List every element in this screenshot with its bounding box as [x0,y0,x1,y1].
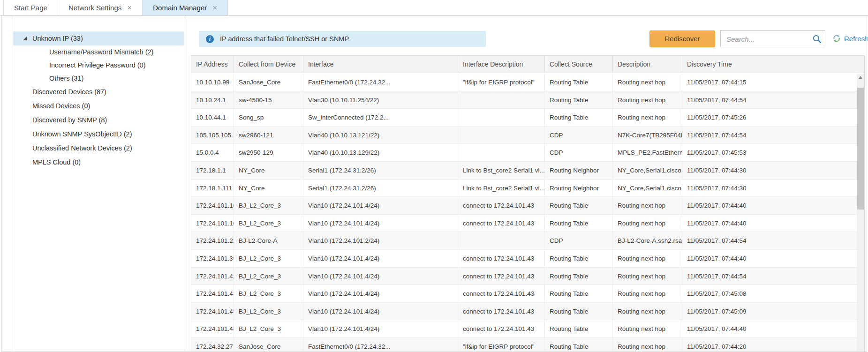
table-cell: Routing Table [545,268,613,285]
table-cell: Link to Bst_core2 Serial1 vi... [458,162,545,179]
tab-network-settings[interactable]: Network Settings × [58,0,142,15]
table-cell: Routing Table [545,197,613,214]
tree-item-label: Username/Password Mismatch (2) [49,48,153,56]
table-cell: connect to 172.24.101.43 [458,303,545,320]
content-frame: Unknown IP (33)Username/Password Mismatc… [1,16,867,352]
search-icon[interactable] [812,34,822,44]
tree-item[interactable]: Discovered Devices (87) [13,85,184,99]
tree-item[interactable]: Unclassified Network Devices (2) [13,141,184,155]
column-header[interactable]: IP Address [191,56,234,73]
table-row[interactable]: 172.24.32.27SanJose_CoreFastEthernet0/0 … [191,338,857,351]
table-cell: 172.24.101.48 [191,320,234,337]
table-cell: sw2960-121 [234,127,303,144]
table-cell: 172.24.101.103 [191,215,234,232]
table-row[interactable]: 15.0.0.4sw2950-129Vlan40 (10.10.13.129/2… [191,144,857,162]
table-cell: Vlan10 (172.24.101.4/24) [303,268,458,285]
table-cell: CDP [545,232,613,249]
table-cell: 10.10.10.99 [191,74,234,91]
refresh-icon [832,34,841,43]
table-cell: SanJose_Core [234,338,303,351]
table-cell: Routing next hop [613,320,682,337]
column-header[interactable]: Discovery Time [682,56,864,73]
tree-item-label: Discovered by SNMP (8) [32,116,107,124]
tree-item[interactable]: MPLS Cloud (0) [13,155,184,169]
tree-item-label: Missed Devices (0) [32,102,90,110]
search-input[interactable] [721,31,810,47]
table-cell: Vlan10 (172.24.101.4/24) [303,197,458,214]
table-cell: BJ_L2_Core_3 [234,250,303,267]
table-row[interactable]: 172.18.1.111NY_CoreSerial1 (172.24.31.2/… [191,180,857,197]
table-cell: connect to 172.24.101.43 [458,215,545,232]
table-cell: 11/05/2017, 07:44:54 [682,268,857,285]
table-cell: Routing Neighbor [545,180,613,197]
table-cell: 11/05/2017, 07:44:15 [682,74,857,91]
table-cell: 11/05/2017, 07:44:54 [682,232,857,249]
table-cell: 10.10.44.1 [191,109,234,126]
table-cell: connect to 172.24.101.43 [458,285,545,302]
table-row[interactable]: 10.10.24.1sw-4500-15Vlan30 (10.10.11.254… [191,91,857,109]
table-cell: Routing next hop [613,74,682,91]
tree-item[interactable]: Missed Devices (0) [13,99,184,113]
table-cell: 11/05/2017, 07:44:20 [682,338,857,351]
column-header[interactable]: Interface Description [458,56,545,73]
table-row[interactable]: 172.24.101.45BJ_L2_Core_3Vlan10 (172.24.… [191,303,857,321]
table-row[interactable]: 172.24.101.22BJ-L2-Core-AVlan10 (172.24.… [191,232,857,250]
info-icon: i [206,35,214,43]
close-icon[interactable]: × [127,4,132,12]
caret-expanded-icon[interactable] [23,37,27,40]
table-cell: 11/05/2017, 07:44:54 [682,91,857,109]
table-row[interactable]: 172.24.101.48BJ_L2_Core_3Vlan10 (172.24.… [191,320,857,338]
table-cell: Vlan10 (172.24.101.4/24) [303,285,458,302]
table-cell: connect to 172.24.101.43 [458,197,545,214]
table-cell: N7K-Core7(TB295F04D9B),... [613,127,682,144]
tree-item[interactable]: Unknown IP (33) [13,31,184,45]
tree-item[interactable]: Discovered by SNMP (8) [13,113,184,127]
table-cell: connect to 172.24.101.43 [458,268,545,285]
table-cell: NY_Core,Serial1,cisco 2500 [613,162,682,179]
table-cell: 172.18.1.1 [191,162,234,179]
table-cell: 172.24.101.39 [191,250,234,267]
column-header[interactable]: Collect Source [545,56,613,73]
table-row[interactable]: 172.24.101.103BJ_L2_Core_3Vlan10 (172.24… [191,215,857,232]
scrollbar-thumb[interactable] [857,88,864,210]
column-header[interactable]: Description [613,56,682,73]
table-cell: Vlan10 (172.24.101.2/24) [303,232,458,249]
table-cell: 172.24.101.42 [191,268,234,285]
tab-label: Network Settings [68,4,121,12]
close-icon[interactable]: × [212,4,217,12]
table-cell: NY_Core [234,180,303,197]
table-row[interactable]: 105.105.105.10sw2960-121Vlan40 (10.10.13… [191,127,857,144]
tree-item[interactable]: Incorrect Privilege Password (0) [13,59,184,72]
table-cell: Serial1 (172.24.31.2/26) [303,180,458,197]
table-row[interactable]: 172.18.1.1NY_CoreSerial1 (172.24.31.2/26… [191,162,857,180]
scroll-up-icon[interactable] [857,74,864,81]
table-cell: Routing next hop [613,109,682,126]
table-row[interactable]: 172.24.101.39BJ_L2_Core_3Vlan10 (172.24.… [191,250,857,268]
vertical-scrollbar[interactable] [857,74,864,351]
table-cell: 11/05/2017, 07:45:08 [682,285,857,302]
tree-item[interactable]: Username/Password Mismatch (2) [13,45,184,59]
column-header[interactable]: Interface [303,56,458,73]
table-cell: Routing next hop [613,215,682,232]
column-header[interactable]: Collect from Device [234,56,303,73]
table-cell: Routing next hop [613,303,682,320]
table-row[interactable]: 172.24.101.42BJ_L2_Core_3Vlan10 (172.24.… [191,268,857,285]
table-cell: Routing next hop [613,285,682,302]
table-cell [458,109,545,126]
table-row[interactable]: 10.10.10.99SanJose_CoreFastEthernet0/0 (… [191,74,857,91]
tab-start-page[interactable]: Start Page [3,0,58,15]
tree-item[interactable]: Others (31) [13,72,184,85]
table-cell: 172.24.101.102 [191,197,234,214]
table-cell: sw-4500-15 [234,91,303,109]
tree-item[interactable]: Unknown SNMP SysObjectID (2) [13,127,184,141]
tab-domain-manager[interactable]: Domain Manager × [142,0,228,15]
refresh-button[interactable]: Refresh [832,34,868,43]
table-cell: Routing Table [545,285,613,302]
table-row[interactable]: 172.24.101.43BJ_L2_Core_3Vlan10 (172.24.… [191,285,857,303]
table-row[interactable]: 172.24.101.102BJ_L2_Core_3Vlan10 (172.24… [191,197,857,215]
table-cell: 172.24.101.43 [191,285,234,302]
table-row[interactable]: 10.10.44.1Song_spSw_InterConnected (172.… [191,109,857,127]
rediscover-button[interactable]: Rediscover [649,30,715,47]
table-cell: BJ_L2_Core_3 [234,215,303,232]
table-cell: 11/05/2017, 07:44:30 [682,162,857,179]
